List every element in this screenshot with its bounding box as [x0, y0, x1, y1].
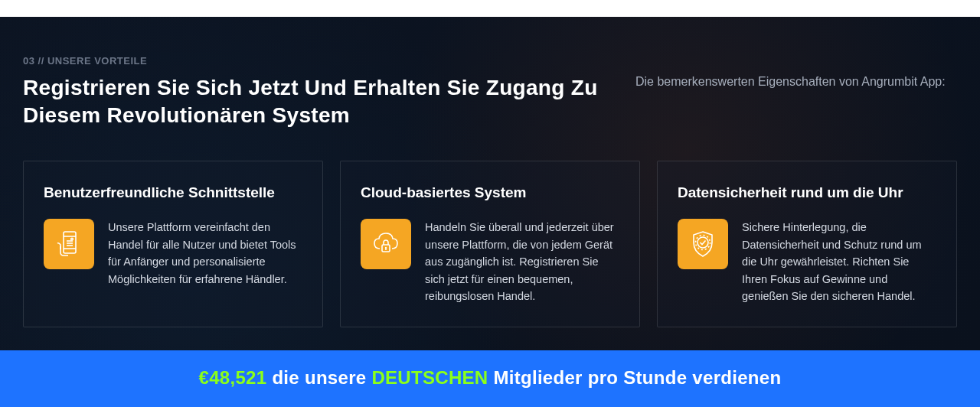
feature-card-desc: Unsere Plattform vereinfacht den Handel … [108, 219, 302, 288]
banner-highlight: DEUTSCHEN [371, 367, 488, 388]
cloud-lock-icon [361, 219, 411, 269]
section-header: 03 // UNSERE VORTEILE Registrieren Sie S… [23, 55, 957, 130]
feature-card-security: Datensicherheit rund um die Uhr Sichere … [657, 161, 957, 327]
section-eyebrow: 03 // UNSERE VORTEILE [23, 55, 605, 67]
feature-card-title: Cloud-basiertes System [361, 183, 619, 203]
feature-card-body: Unsere Plattform vereinfacht den Handel … [44, 219, 302, 288]
shield-badge-icon [678, 219, 728, 269]
cards-row: Benutzerfreundliche Schnittstelle [23, 161, 957, 327]
banner-amount: €48,521 [199, 367, 267, 388]
feature-card-cloud: Cloud-basiertes System Handeln Sie übera… [340, 161, 640, 327]
phone-hand-icon [44, 219, 94, 269]
top-spacer [0, 0, 980, 17]
feature-card-body: Sichere Hinterlegung, die Datensicherhei… [678, 219, 936, 304]
feature-card-interface: Benutzerfreundliche Schnittstelle [23, 161, 323, 327]
svg-point-3 [71, 239, 74, 241]
svg-rect-0 [64, 232, 76, 253]
banner-text-b: Mitglieder pro Stunde verdienen [488, 367, 781, 388]
feature-card-desc: Handeln Sie überall und jederzeit über u… [425, 219, 619, 304]
feature-card-title: Benutzerfreundliche Schnittstelle [44, 183, 302, 203]
bottom-spacer [0, 407, 980, 410]
feature-card-desc: Sichere Hinterlegung, die Datensicherhei… [742, 219, 936, 304]
earnings-banner: €48,521 die unsere DEUTSCHEN Mitglieder … [0, 350, 980, 407]
feature-card-body: Handeln Sie überall und jederzeit über u… [361, 219, 619, 304]
banner-text-a: die unsere [266, 367, 371, 388]
feature-card-title: Datensicherheit rund um die Uhr [678, 183, 936, 203]
advantages-section: 03 // UNSERE VORTEILE Registrieren Sie S… [0, 17, 980, 350]
header-right: Die bemerkenswerten Eigenschaften von An… [635, 55, 957, 130]
section-heading: Registrieren Sie Sich Jetzt Und Erhalten… [23, 74, 605, 130]
svg-point-10 [697, 237, 708, 248]
section-subtext: Die bemerkenswerten Eigenschaften von An… [635, 72, 957, 92]
header-left: 03 // UNSERE VORTEILE Registrieren Sie S… [23, 55, 605, 130]
